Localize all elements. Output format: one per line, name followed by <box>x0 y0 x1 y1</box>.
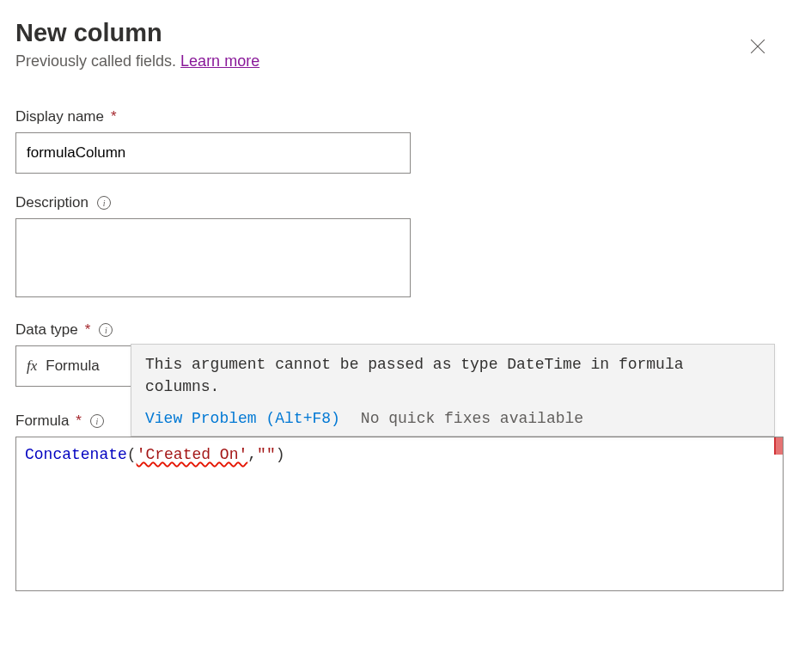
display-name-label: Display name* <box>15 108 784 125</box>
subtitle-text: Previously called fields. <box>15 52 180 70</box>
info-icon[interactable]: i <box>99 323 113 337</box>
data-type-value: Formula <box>46 357 99 375</box>
view-problem-link[interactable]: View Problem (Alt+F8) <box>145 410 340 427</box>
error-message: This argument cannot be passed as type D… <box>131 345 774 405</box>
formula-editor[interactable]: Concatenate('Created On',"") <box>15 437 784 591</box>
page-subtitle: Previously called fields. Learn more <box>15 52 784 70</box>
error-scroll-marker <box>774 437 783 455</box>
close-button[interactable] <box>744 33 772 60</box>
description-input[interactable] <box>15 218 411 297</box>
info-icon[interactable]: i <box>97 196 111 210</box>
description-label: Description i <box>15 194 784 211</box>
data-type-label: Data type* i <box>15 321 784 339</box>
display-name-input[interactable] <box>15 132 411 174</box>
close-icon <box>750 39 765 54</box>
info-icon[interactable]: i <box>90 414 104 428</box>
learn-more-link[interactable]: Learn more <box>180 52 259 70</box>
formula-code: Concatenate('Created On',"") <box>25 446 285 463</box>
fx-icon: fx <box>27 357 37 375</box>
no-fixes-text: No quick fixes available <box>361 410 583 427</box>
page-title: New column <box>15 19 784 47</box>
error-tooltip: This argument cannot be passed as type D… <box>131 344 775 437</box>
